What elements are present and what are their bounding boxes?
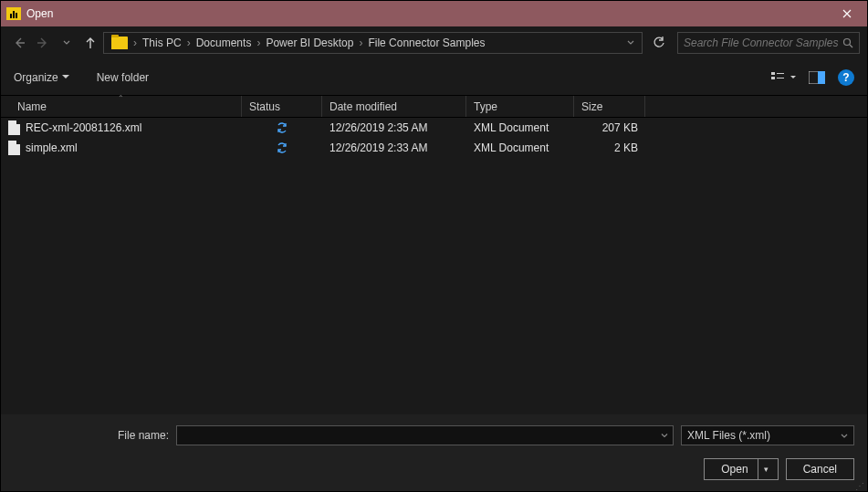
sync-icon [276,121,288,134]
nav-up-button[interactable] [79,32,101,54]
help-button[interactable]: ? [838,69,854,86]
sort-indicator-icon: ⌃ [118,94,124,102]
search-input[interactable] [684,37,842,49]
dialog-footer: File name: XML Files (*.xml) Open▾ Cance… [1,414,867,491]
recent-locations-button[interactable] [56,32,78,54]
filename-input[interactable] [176,425,674,445]
column-header-name[interactable]: ⌃Name [1,96,242,117]
view-mode-button[interactable] [771,71,796,84]
cancel-label: Cancel [803,463,837,476]
file-icon [8,141,20,155]
svg-point-0 [844,39,851,46]
chevron-right-icon: › [255,37,262,49]
chevron-right-icon: › [131,37,139,49]
refresh-icon [653,37,665,49]
file-name: simple.xml [26,141,78,154]
column-header-type[interactable]: Type [466,96,574,117]
table-row[interactable]: simple.xml 12/26/2019 2:33 AM XML Docume… [1,138,867,158]
table-row[interactable]: REC-xml-20081126.xml 12/26/2019 2:35 AM … [1,118,867,138]
chevron-down-icon [627,40,634,46]
column-header-date[interactable]: Date modified [322,96,466,117]
close-icon [842,9,852,18]
caret-down-icon [790,76,796,79]
chevron-down-icon [841,434,848,438]
filter-label: XML Files (*.xml) [687,429,770,442]
search-box[interactable] [677,32,860,54]
file-icon [8,120,20,135]
svg-rect-1 [771,72,775,75]
preview-pane-button[interactable] [809,71,825,84]
nav-back-button[interactable] [8,32,30,54]
breadcrumb[interactable]: Power BI Desktop [262,37,357,49]
open-label: Open [721,463,748,476]
svg-rect-6 [818,71,825,84]
window-close-button[interactable] [827,1,867,26]
search-icon [842,37,853,48]
chevron-right-icon: › [185,37,193,49]
column-header-size[interactable]: Size [574,96,645,117]
svg-rect-2 [771,77,775,79]
refresh-button[interactable] [648,32,670,54]
nav-bar: › This PC › Documents › Power BI Desktop… [1,26,867,59]
breadcrumb[interactable]: This PC [139,37,185,49]
sync-icon [276,141,288,154]
file-type: XML Document [466,121,574,134]
svg-rect-4 [777,78,784,79]
address-dropdown[interactable] [627,40,638,46]
breadcrumb[interactable]: Documents [193,37,256,49]
open-button[interactable]: Open▾ [704,458,778,480]
svg-rect-3 [777,73,784,74]
chevron-down-icon [661,434,668,438]
organize-label: Organize [14,71,58,84]
help-icon: ? [842,71,849,84]
chevron-right-icon: › [357,37,364,49]
sync-status [242,121,322,134]
file-list: REC-xml-20081126.xml 12/26/2019 2:35 AM … [1,118,867,158]
file-size: 2 KB [574,141,645,154]
caret-down-icon [62,75,69,79]
preview-pane-icon [809,71,825,84]
window-title: Open [26,7,53,20]
breadcrumb[interactable]: File Connector Samples [364,37,488,49]
app-icon [6,7,21,20]
file-date: 12/26/2019 2:35 AM [322,121,466,134]
file-type-filter[interactable]: XML Files (*.xml) [681,425,854,445]
folder-icon [111,37,128,49]
chevron-down-icon [63,40,70,46]
open-split-button[interactable]: ▾ [758,459,774,479]
file-size: 207 KB [574,121,645,134]
view-list-icon [771,71,790,84]
column-header-status[interactable]: Status [242,96,322,117]
organize-button[interactable]: Organize [14,71,69,84]
new-folder-label: New folder [97,71,149,84]
arrow-up-icon [84,37,97,49]
cancel-button[interactable]: Cancel [786,458,854,480]
filename-dropdown[interactable] [661,434,668,438]
arrow-right-icon [37,37,49,49]
resize-grip-icon[interactable]: ⋰ [855,484,865,489]
file-type: XML Document [466,141,574,154]
title-bar: Open [1,1,867,26]
toolbar: Organize New folder ? [1,59,867,96]
arrow-left-icon [13,37,26,49]
file-name: REC-xml-20081126.xml [26,121,141,134]
filename-label: File name: [14,429,169,442]
new-folder-button[interactable]: New folder [97,71,149,84]
sync-status [242,141,322,154]
nav-forward-button[interactable] [32,32,54,54]
address-bar[interactable]: › This PC › Documents › Power BI Desktop… [103,32,643,54]
column-headers: ⌃Name Status Date modified Type Size [1,96,867,118]
file-date: 12/26/2019 2:33 AM [322,141,466,154]
